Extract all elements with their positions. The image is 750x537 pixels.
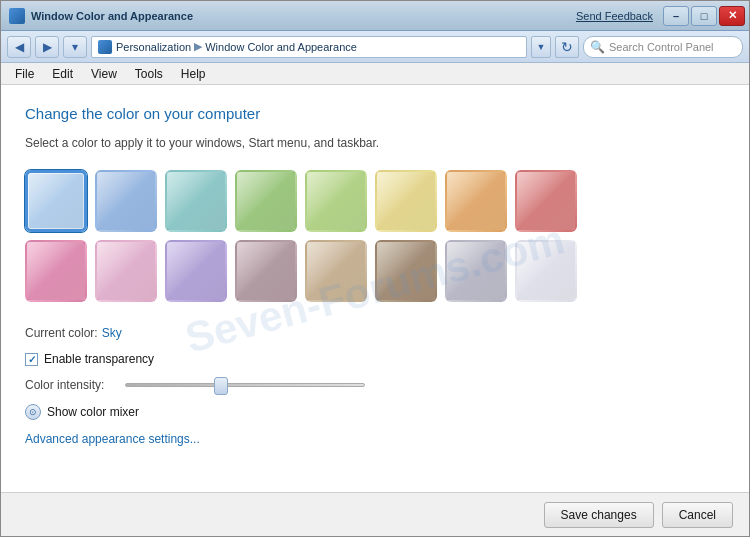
main-content: Seven-Forums.com Change the color on you…: [1, 85, 749, 492]
close-button[interactable]: ✕: [719, 6, 745, 26]
intensity-slider-track[interactable]: [125, 383, 365, 387]
menu-file[interactable]: File: [7, 65, 42, 83]
swatch-orange[interactable]: [445, 170, 507, 232]
show-mixer-row[interactable]: ⊙ Show color mixer: [25, 404, 725, 420]
menu-bar: File Edit View Tools Help: [1, 63, 749, 85]
swatch-teal[interactable]: [165, 170, 227, 232]
menu-tools[interactable]: Tools: [127, 65, 171, 83]
title-bar-controls: Send Feedback – □ ✕: [576, 6, 745, 26]
breadcrumb-arrow1: ▶: [194, 40, 202, 53]
footer: Save changes Cancel: [1, 492, 749, 536]
swatch-light-pink[interactable]: [95, 240, 157, 302]
maximize-button[interactable]: □: [691, 6, 717, 26]
swatch-sky[interactable]: [25, 170, 87, 232]
swatch-blue[interactable]: [95, 170, 157, 232]
swatch-white[interactable]: [515, 240, 577, 302]
swatch-red[interactable]: [515, 170, 577, 232]
address-bar: ◀ ▶ ▾ Personalization ▶ Window Color and…: [1, 31, 749, 63]
swatch-pink[interactable]: [25, 240, 87, 302]
main-window: Window Color and Appearance Send Feedbac…: [0, 0, 750, 537]
intensity-row: Color intensity:: [25, 378, 725, 392]
breadcrumb-part1: Personalization: [116, 41, 191, 53]
swatch-silver[interactable]: [445, 240, 507, 302]
current-color-row: Current color: Sky: [25, 326, 725, 340]
current-color-label: Current color:: [25, 326, 98, 340]
search-placeholder[interactable]: Search Control Panel: [609, 41, 714, 53]
swatch-tan[interactable]: [305, 240, 367, 302]
search-box: 🔍 Search Control Panel: [583, 36, 743, 58]
transparency-label: Enable transparency: [44, 352, 154, 366]
recent-pages-button[interactable]: ▾: [63, 36, 87, 58]
breadcrumb-part2: Window Color and Appearance: [205, 41, 357, 53]
transparency-checkbox[interactable]: [25, 353, 38, 366]
breadcrumb: Personalization ▶ Window Color and Appea…: [91, 36, 527, 58]
swatch-row-1: [25, 170, 725, 232]
advanced-appearance-link[interactable]: Advanced appearance settings...: [25, 432, 725, 446]
save-changes-button[interactable]: Save changes: [544, 502, 654, 528]
title-bar-left: Window Color and Appearance: [9, 8, 193, 24]
title-bar: Window Color and Appearance Send Feedbac…: [1, 1, 749, 31]
forward-button[interactable]: ▶: [35, 36, 59, 58]
swatch-mauve[interactable]: [235, 240, 297, 302]
search-icon: 🔍: [590, 40, 605, 54]
current-color-value: Sky: [102, 326, 122, 340]
swatch-row-2: [25, 240, 725, 302]
window-title: Window Color and Appearance: [31, 10, 193, 22]
intensity-slider-thumb[interactable]: [214, 377, 228, 395]
transparency-row: Enable transparency: [25, 352, 725, 366]
refresh-button[interactable]: ↻: [555, 36, 579, 58]
swatch-lavender[interactable]: [165, 240, 227, 302]
expand-mixer-icon[interactable]: ⊙: [25, 404, 41, 420]
address-dropdown-button[interactable]: ▼: [531, 36, 551, 58]
window-icon: [9, 8, 25, 24]
back-button[interactable]: ◀: [7, 36, 31, 58]
menu-view[interactable]: View: [83, 65, 125, 83]
swatch-green[interactable]: [235, 170, 297, 232]
page-title: Change the color on your computer: [25, 105, 725, 122]
menu-edit[interactable]: Edit: [44, 65, 81, 83]
color-swatches: [25, 170, 725, 302]
swatch-lime[interactable]: [305, 170, 367, 232]
cancel-button[interactable]: Cancel: [662, 502, 733, 528]
swatch-brown[interactable]: [375, 240, 437, 302]
page-subtitle: Select a color to apply it to your windo…: [25, 136, 725, 150]
intensity-label: Color intensity:: [25, 378, 115, 392]
menu-help[interactable]: Help: [173, 65, 214, 83]
minimize-button[interactable]: –: [663, 6, 689, 26]
show-mixer-label: Show color mixer: [47, 405, 139, 419]
send-feedback-button[interactable]: Send Feedback: [576, 10, 653, 22]
swatch-yellow[interactable]: [375, 170, 437, 232]
control-panel-icon: [98, 40, 112, 54]
